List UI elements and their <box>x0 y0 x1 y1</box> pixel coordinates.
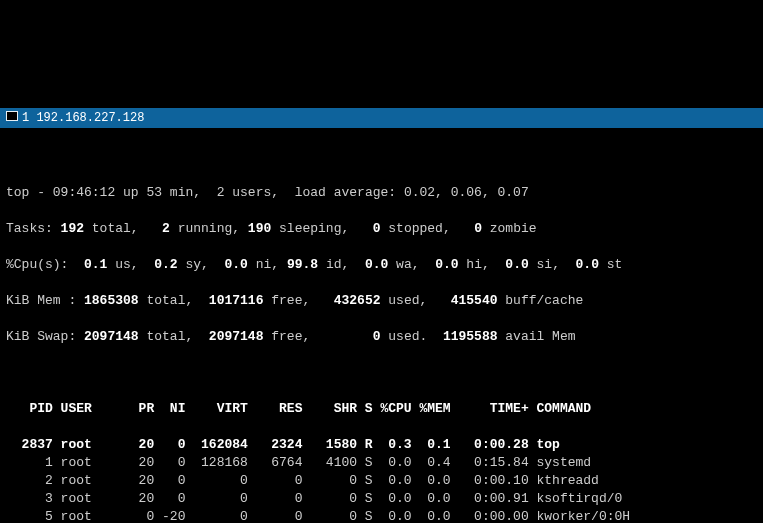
process-row[interactable]: 3 root 20 0 0 0 0 S 0.0 0.0 0:00.91 ksof… <box>6 490 757 508</box>
summary-line-swap: KiB Swap: 2097148 total, 2097148 free, 0… <box>6 328 757 346</box>
process-row[interactable]: 1 root 20 0 128168 6764 4100 S 0.0 0.4 0… <box>6 454 757 472</box>
summary-line-tasks: Tasks: 192 total, 2 running, 190 sleepin… <box>6 220 757 238</box>
summary-line-uptime: top - 09:46:12 up 53 min, 2 users, load … <box>6 184 757 202</box>
process-row[interactable]: 2837 root 20 0 162084 2324 1580 R 0.3 0.… <box>6 436 757 454</box>
window-title: 1 192.168.227.128 <box>22 108 144 128</box>
process-row[interactable]: 5 root 0 -20 0 0 0 S 0.0 0.0 0:00.00 kwo… <box>6 508 757 523</box>
terminal-window: { "window": { "title_ip": "192.168.227.1… <box>0 36 763 523</box>
process-row[interactable]: 2 root 20 0 0 0 0 S 0.0 0.0 0:00.10 kthr… <box>6 472 757 490</box>
summary-line-mem: KiB Mem : 1865308 total, 1017116 free, 4… <box>6 292 757 310</box>
terminal-icon <box>6 108 22 128</box>
process-list[interactable]: 2837 root 20 0 162084 2324 1580 R 0.3 0.… <box>6 436 757 523</box>
blank-line <box>6 364 757 382</box>
summary-line-cpu: %Cpu(s): 0.1 us, 0.2 sy, 0.0 ni, 99.8 id… <box>6 256 757 274</box>
svg-rect-1 <box>7 112 17 120</box>
terminal-body[interactable]: top - 09:46:12 up 53 min, 2 users, load … <box>0 164 763 523</box>
window-titlebar[interactable]: 1 192.168.227.128 <box>0 108 763 128</box>
column-header[interactable]: PID USER PR NI VIRT RES SHR S %CPU %MEM … <box>6 400 757 418</box>
